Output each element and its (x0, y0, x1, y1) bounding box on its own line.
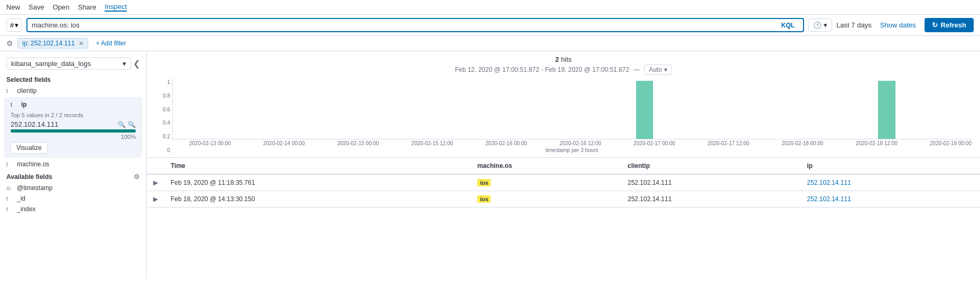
field-type-icon: ⊙ (6, 185, 14, 191)
ip-progress-bar-fill (11, 129, 136, 133)
clientip-col-header[interactable]: clientip (621, 158, 801, 174)
refresh-icon: ↻ (932, 21, 938, 29)
row-machine-os: ios (471, 191, 621, 207)
row-clientip: 252.102.14.111 (621, 191, 801, 207)
kql-button[interactable]: KQL (777, 22, 799, 29)
field-type-icon: t (11, 102, 18, 108)
x-axis-label: 2020-02-15 12:00 (412, 140, 453, 146)
visualize-button[interactable]: Visualize (11, 142, 48, 154)
sidebar-item-index[interactable]: t _index (0, 204, 146, 214)
sidebar-item-ip[interactable]: t ip (11, 99, 136, 110)
add-filter-button[interactable]: + Add filter (92, 39, 129, 48)
row-ip: 252.102.14.111 (800, 191, 980, 207)
ip-value-row: 252.102.14.111 🔍 🔍 (11, 120, 136, 128)
field-name: machine.os (17, 161, 49, 168)
x-axis-label: 2020-02-17 00:00 (633, 140, 675, 146)
query-language-selector[interactable]: # ▾ (6, 18, 22, 32)
filter-row: ⚙ ip: 252.102.14.111 ✕ + Add filter (0, 36, 980, 51)
bar-slot (632, 81, 657, 139)
nav-save[interactable]: Save (29, 3, 44, 11)
main-layout: kibana_sample_data_logs ▾ ❮ Selected fie… (0, 51, 980, 278)
y-axis: 1 0.8 0.6 0.4 0.2 0 (155, 79, 172, 153)
ip-value-text: 252.102.14.111 (11, 120, 58, 128)
show-dates-button[interactable]: Show dates (876, 19, 920, 31)
sidebar: kibana_sample_data_logs ▾ ❮ Selected fie… (0, 51, 147, 278)
row-time: Feb 18, 2020 @ 14:13:30.150 (164, 191, 471, 207)
chart-section: 2 hits Feb 12, 2020 @ 17:00:51.872 - Feb… (147, 51, 980, 158)
field-name: _id (17, 195, 25, 202)
hits-count: 2 (555, 55, 559, 63)
table-row: ▶ Feb 18, 2020 @ 14:13:30.150 ios 252.10… (147, 191, 980, 207)
auto-label: Auto (649, 66, 662, 73)
chevron-down-icon: ▾ (664, 66, 667, 73)
machine-os-col-header[interactable]: machine.os (471, 158, 621, 174)
filter-remove-icon[interactable]: ✕ (79, 40, 83, 47)
y-label: 0.8 (163, 93, 170, 99)
content-area: 2 hits Feb 12, 2020 @ 17:00:51.872 - Feb… (147, 51, 980, 278)
chart-header: 2 hits (155, 55, 972, 63)
x-axis-label: 2020-02-19 00:00 (930, 140, 972, 146)
zoom-in-icon[interactable]: 🔍 (118, 121, 126, 128)
refresh-button[interactable]: ↻ Refresh (925, 18, 974, 32)
ip-actions: 🔍 🔍 (118, 121, 136, 128)
table-row: ▶ Feb 19, 2020 @ 11:18:35.761 ios 252.10… (147, 174, 980, 191)
index-selector-wrap: kibana_sample_data_logs ▾ ❮ (0, 55, 146, 74)
date-range: Feb 12, 2020 @ 17:00:51.872 - Feb 19, 20… (455, 66, 629, 73)
field-type-icon: t (6, 88, 14, 94)
nav-share[interactable]: Share (78, 3, 96, 11)
ip-col-header[interactable]: ip (800, 158, 980, 174)
sidebar-collapse-button[interactable]: ❮ (133, 59, 140, 69)
sidebar-item-id[interactable]: t _id (0, 193, 146, 204)
row-clientip: 252.102.14.111 (621, 174, 801, 191)
active-filter-tag[interactable]: ip: 252.102.14.111 ✕ (17, 38, 88, 49)
filter-label: ip: 252.102.14.111 (22, 40, 74, 47)
row-expand-arrow[interactable]: ▶ (153, 195, 158, 203)
x-axis-label: 2020-02-15 00:00 (337, 140, 379, 146)
y-label: 1 (167, 79, 170, 85)
x-axis-label: 2020-02-16 12:00 (559, 140, 601, 146)
y-label: 0.6 (163, 107, 170, 112)
chart-bar[interactable] (636, 81, 653, 139)
ip-value-link[interactable]: 252.102.14.111 (807, 179, 851, 186)
time-range-selector[interactable]: 🕐 ▾ (808, 18, 832, 32)
chart-container: 1 0.8 0.6 0.4 0.2 0 2020-02-13 00:002020… (155, 79, 972, 153)
sidebar-item-machine-os[interactable]: t machine.os (0, 159, 146, 169)
gear-icon[interactable]: ⚙ (6, 39, 13, 48)
row-time: Feb 19, 2020 @ 11:18:35.761 (164, 174, 471, 191)
chart-bar[interactable] (878, 81, 895, 139)
auto-interval-selector[interactable]: Auto ▾ (644, 64, 672, 75)
bar-slot (875, 81, 899, 139)
ios-badge: ios (477, 195, 491, 203)
chevron-down-icon: ▾ (123, 60, 126, 68)
sidebar-item-clientip[interactable]: t clientip (0, 86, 146, 96)
zoom-out-icon[interactable]: 🔍 (128, 121, 136, 128)
search-input[interactable] (32, 21, 777, 29)
ip-progress-bar-wrap (11, 129, 136, 133)
x-axis-label: 2020-02-14 00:00 (263, 140, 305, 146)
field-type-icon: t (6, 162, 14, 167)
search-input-wrap: KQL (26, 18, 804, 32)
nav-new[interactable]: New (6, 3, 20, 11)
nav-inspect[interactable]: Inspect (105, 3, 127, 12)
x-axis-label: 2020-02-18 12:00 (856, 140, 898, 146)
available-fields-gear-icon[interactable]: ⚙ (134, 173, 140, 181)
ip-value-link[interactable]: 252.102.14.111 (807, 195, 851, 203)
hits-label: hits (561, 55, 572, 63)
row-ip: 252.102.14.111 (800, 174, 980, 191)
time-col-header[interactable]: Time (164, 158, 471, 174)
y-label: 0.2 (163, 134, 170, 139)
clock-icon: 🕐 (813, 21, 822, 29)
sidebar-item-timestamp[interactable]: ⊙ @timestamp (0, 183, 146, 193)
selected-fields-title: Selected fields (0, 74, 146, 86)
search-row: # ▾ KQL 🕐 ▾ Last 7 days Show dates ↻ Ref… (0, 15, 980, 36)
x-axis-label: 2020-02-13 00:00 (189, 140, 231, 146)
expand-col-header (147, 158, 164, 174)
x-axis-label: 2020-02-18 00:00 (782, 140, 824, 146)
dash: — (633, 66, 640, 73)
chart-subtitle: Feb 12, 2020 @ 17:00:51.872 - Feb 19, 20… (155, 64, 972, 75)
index-pattern-selector[interactable]: kibana_sample_data_logs ▾ (6, 58, 131, 70)
row-expand-arrow[interactable]: ▶ (153, 179, 158, 186)
nav-open[interactable]: Open (53, 3, 70, 11)
ip-percent: 100% (11, 134, 136, 140)
chevron-down-icon: ▾ (15, 21, 18, 29)
